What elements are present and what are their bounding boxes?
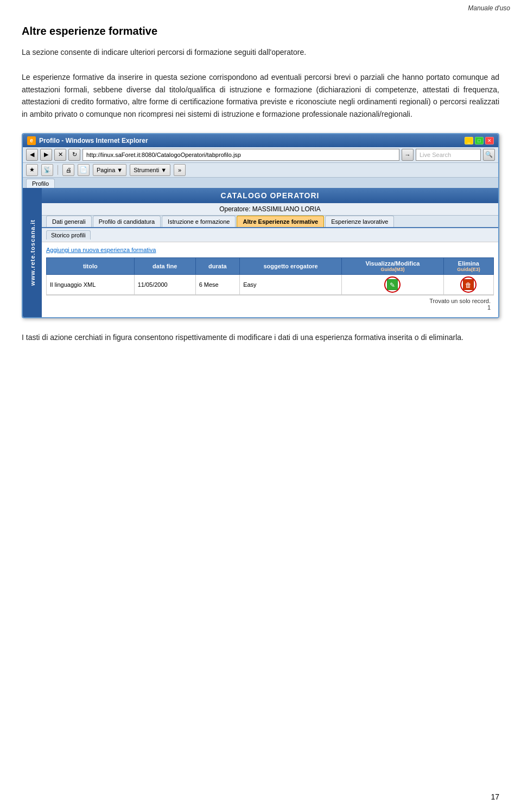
maximize-button[interactable]: □ — [475, 137, 484, 144]
go-button[interactable]: → — [402, 149, 414, 161]
back-button[interactable]: ◀ — [26, 149, 38, 161]
browser-title: Profilo - Windows Internet Explorer — [39, 137, 148, 144]
tab-esperienze-lavorative[interactable]: Esperienze lavorative — [325, 216, 394, 227]
visualizza-circle: ✎ — [384, 276, 401, 293]
page-container: www.rete.toscana.it CATALOGO OPERATORI O… — [23, 188, 498, 317]
manual-label: Manuale d'uso — [468, 4, 510, 12]
browser-titlebar: e Profilo - Windows Internet Explorer _ … — [23, 134, 498, 147]
tab-dati-generali[interactable]: Dati generali — [46, 216, 92, 227]
found-record: Trovato un solo record. 1 — [46, 295, 494, 313]
more-button[interactable]: » — [174, 164, 186, 176]
cell-elimina: 🗑 — [443, 274, 493, 294]
search-placeholder: Live Search — [420, 152, 451, 158]
pagina-chevron: ▼ — [117, 167, 123, 173]
left-sidebar: www.rete.toscana.it — [23, 188, 42, 317]
col-visualizza: Visualizza/Modifica Guida(M3) — [342, 257, 444, 274]
visualizza-icon[interactable]: ✎ — [387, 279, 398, 290]
page-button[interactable]: 📄 — [78, 164, 90, 176]
profilo-tab[interactable]: Profilo — [26, 179, 55, 188]
nav-tabs: Dati generali Profilo di candidatura Ist… — [42, 216, 498, 228]
nav-toolbar: ◀ ▶ ✕ ↻ http://linux.saForet.it:8080/Cat… — [23, 147, 498, 163]
print-button[interactable]: 🖨 — [62, 164, 74, 176]
close-button[interactable]: ✕ — [485, 137, 494, 144]
found-text: Trovato un solo record. — [429, 298, 491, 304]
forward-button[interactable]: ▶ — [40, 149, 52, 161]
pagina-button[interactable]: Pagina ▼ — [93, 164, 126, 176]
storico-tab[interactable]: Storico profili — [46, 230, 91, 240]
add-experience-link[interactable]: Aggiungi una nuova esperienza formativa — [46, 247, 494, 253]
favorites-button[interactable]: ★ — [26, 164, 38, 176]
browser-app-icon: e — [27, 136, 36, 145]
strumenti-chevron: ▼ — [161, 167, 167, 173]
app-title: CATALOGO OPERATORI — [221, 191, 320, 200]
stop-button[interactable]: ✕ — [54, 149, 66, 161]
browser-window: e Profilo - Windows Internet Explorer _ … — [22, 133, 499, 318]
col-titolo: titolo — [47, 257, 135, 274]
body-text: Le esperienze formative da inserire in q… — [22, 71, 499, 120]
record-count: 1 — [487, 304, 491, 311]
cell-visualizza: ✎ — [342, 274, 444, 294]
tab-altre-esperienze[interactable]: Altre Esperienze formative — [237, 216, 324, 227]
sidebar-watermark: www.rete.toscana.it — [29, 219, 36, 286]
col-elimina: Elimina Guida(E3) — [443, 257, 493, 274]
cell-durata: 6 Mese — [195, 274, 239, 294]
browser-controls[interactable]: _ □ ✕ — [465, 137, 494, 144]
app-body: Aggiungi una nuova esperienza formativa … — [42, 242, 498, 317]
address-text: http://linux.saForet.it:8080/CatalogoOpe… — [86, 152, 241, 158]
intro-text: La sezione consente di indicare ulterior… — [22, 46, 499, 58]
main-content: CATALOGO OPERATORI Operatore: MASSIMILIA… — [42, 188, 498, 317]
elimina-icon[interactable]: 🗑 — [463, 279, 474, 290]
tab-profilo-candidatura[interactable]: Profilo di candidatura — [93, 216, 161, 227]
refresh-button[interactable]: ↻ — [68, 149, 80, 161]
elimina-circle: 🗑 — [460, 276, 476, 293]
tab-bar: Profilo — [23, 178, 498, 188]
operator-info: Operatore: MASSIMILIANO LORIA — [42, 203, 498, 216]
experiences-table: titolo data fine durata soggetto erogato… — [46, 257, 494, 295]
tab-label: Profilo — [32, 180, 49, 187]
operator-label: Operatore: MASSIMILIANO LORIA — [219, 205, 321, 213]
section-title: Altre esperienze formative — [22, 25, 499, 37]
search-bar[interactable]: Live Search — [416, 149, 481, 161]
search-button[interactable]: 🔍 — [483, 149, 495, 161]
page-number: 17 — [491, 792, 499, 801]
table-row: Il linguaggio XML 11/05/2000 6 Mese Easy… — [47, 274, 494, 294]
cell-soggetto: Easy — [240, 274, 342, 294]
browser-title-left: e Profilo - Windows Internet Explorer — [27, 136, 148, 145]
toolbar-separator — [58, 165, 58, 175]
feeds-button[interactable]: 📡 — [41, 164, 53, 176]
app-header: CATALOGO OPERATORI — [42, 188, 498, 203]
footer-text: I tasti di azione cerchiati in figura co… — [22, 331, 499, 343]
col-data-fine: data fine — [134, 257, 195, 274]
strumenti-button[interactable]: Strumenti ▼ — [130, 164, 170, 176]
col-durata: durata — [195, 257, 239, 274]
minimize-button[interactable]: _ — [465, 137, 473, 144]
cell-titolo: Il linguaggio XML — [47, 274, 135, 294]
storico-bar: Storico profili — [42, 228, 498, 242]
col-soggetto: soggetto erogatore — [240, 257, 342, 274]
tab-istruzione-formazione[interactable]: Istruzione e formazione — [162, 216, 236, 227]
cell-data-fine: 11/05/2000 — [134, 274, 195, 294]
browser-toolbar2: ★ 📡 🖨 📄 Pagina ▼ Strumenti ▼ » — [23, 163, 498, 178]
address-bar[interactable]: http://linux.saForet.it:8080/CatalogoOpe… — [82, 149, 399, 161]
